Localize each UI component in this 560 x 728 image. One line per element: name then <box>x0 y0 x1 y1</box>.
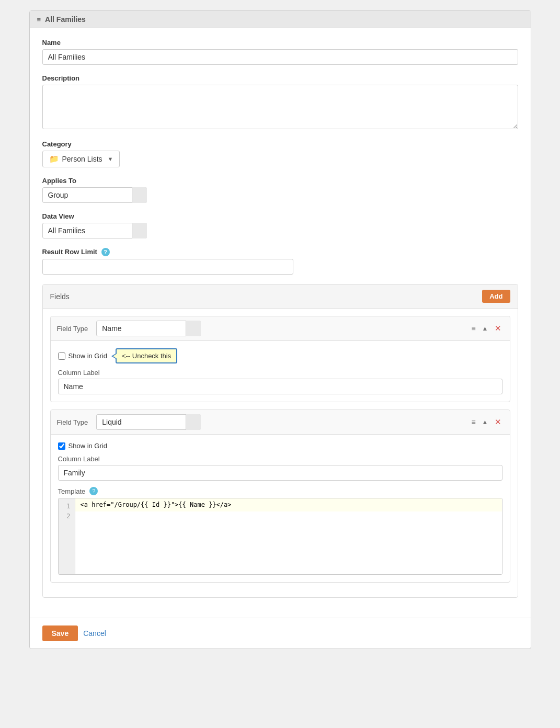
result-row-limit-label: Result Row Limit ? <box>42 248 518 256</box>
field-1-column-label-input[interactable] <box>58 379 502 394</box>
template-code-editor[interactable]: 1 2 <a href="/Group/{{ Id }}">{{ Name }}… <box>58 498 502 575</box>
name-input[interactable] <box>42 49 518 65</box>
field-1-column-label-group: Column Label <box>58 369 502 394</box>
field-2-show-in-grid-checkbox[interactable] <box>58 442 65 450</box>
description-group: Description <box>42 74 518 131</box>
field-card-1-actions: ≡ ▲ ✕ <box>469 323 503 334</box>
field-2-delete-button[interactable]: ✕ <box>493 416 504 428</box>
line-numbers: 1 2 <box>59 498 75 574</box>
name-label: Name <box>42 39 518 47</box>
fields-section: Fields Add Field Type Name ▼ <box>42 284 518 598</box>
category-group: Category 📁 Person Lists ▼ <box>42 140 518 167</box>
field-type-label-2: Field Type <box>57 418 88 426</box>
field-card-1-body: Show in Grid <-- Uncheck this Column Lab… <box>51 341 510 402</box>
fields-header: Fields Add <box>43 285 518 309</box>
field-2-show-in-grid-label[interactable]: Show in Grid <box>58 442 107 450</box>
field-2-column-label-input[interactable] <box>58 465 502 481</box>
data-view-group: Data View All Families ▼ <box>42 212 518 238</box>
field-card-2-actions: ≡ ▲ ✕ <box>469 416 503 428</box>
field-1-up-button[interactable]: ▲ <box>480 324 490 333</box>
chevron-down-icon: ▼ <box>108 156 113 162</box>
result-row-limit-input[interactable] <box>42 259 293 275</box>
field-2-up-button[interactable]: ▲ <box>480 417 490 427</box>
field-card-2-body: Show in Grid Column Label Template ? <box>51 435 510 582</box>
applies-to-group: Applies To Group ▼ <box>42 177 518 203</box>
field-type-2-select[interactable]: Liquid <box>96 414 201 430</box>
data-view-wrapper: All Families ▼ <box>42 223 147 238</box>
description-label: Description <box>42 74 518 82</box>
save-button[interactable]: Save <box>42 625 78 641</box>
field-2-column-label-group: Column Label <box>58 455 502 481</box>
category-label: Category <box>42 140 518 148</box>
name-group: Name <box>42 39 518 65</box>
panel-body: Name Description Category 📁 Person Lists… <box>30 28 531 618</box>
field-2-show-in-grid-row: Show in Grid <box>58 442 502 450</box>
field-card-2: Field Type Liquid ▼ ≡ ▲ ✕ <box>50 410 510 583</box>
field-1-show-in-grid-checkbox[interactable] <box>58 352 65 360</box>
category-value: Person Lists <box>62 155 102 163</box>
add-field-button[interactable]: Add <box>482 290 510 303</box>
fields-body: Field Type Name ▼ ≡ ▲ ✕ <box>43 309 518 597</box>
field-1-delete-button[interactable]: ✕ <box>493 323 504 334</box>
data-view-label: Data View <box>42 212 518 220</box>
field-type-1-wrapper: Name ▼ <box>96 321 201 336</box>
applies-to-wrapper: Group ▼ <box>42 187 147 203</box>
field-type-label-1: Field Type <box>57 325 88 333</box>
field-type-2-wrapper: Liquid ▼ <box>96 414 201 430</box>
code-content-area[interactable]: <a href="/Group/{{ Id }}">{{ Name }}</a> <box>75 498 502 574</box>
field-type-1-select[interactable]: Name <box>96 321 201 336</box>
template-label-row: Template ? <box>58 487 502 495</box>
template-label: Template <box>58 487 86 495</box>
field-1-show-in-grid-label[interactable]: Show in Grid <box>58 352 107 360</box>
footer-actions: Save Cancel <box>30 618 531 649</box>
cancel-button[interactable]: Cancel <box>83 629 106 638</box>
panel-title: All Families <box>45 15 86 24</box>
field-2-reorder-button[interactable]: ≡ <box>469 417 477 427</box>
result-row-limit-group: Result Row Limit ? <box>42 248 518 275</box>
applies-to-select[interactable]: Group <box>42 187 147 203</box>
description-input[interactable] <box>42 85 518 129</box>
field-1-reorder-button[interactable]: ≡ <box>469 323 477 334</box>
field-card-2-header: Field Type Liquid ▼ ≡ ▲ ✕ <box>51 410 510 435</box>
category-button[interactable]: 📁 Person Lists ▼ <box>42 151 120 167</box>
field-2-column-label: Column Label <box>58 455 502 463</box>
data-view-select[interactable]: All Families <box>42 223 147 238</box>
applies-to-label: Applies To <box>42 177 518 185</box>
result-row-limit-help-icon[interactable]: ? <box>101 248 110 256</box>
template-help-icon[interactable]: ? <box>89 487 98 495</box>
fields-title: Fields <box>50 292 70 301</box>
field-1-show-in-grid-row: Show in Grid <-- Uncheck this <box>58 348 502 363</box>
field-1-column-label: Column Label <box>58 369 502 377</box>
field-card-1: Field Type Name ▼ ≡ ▲ ✕ <box>50 316 510 402</box>
panel-header: ≡ All Families <box>30 11 531 28</box>
code-line-1: <a href="/Group/{{ Id }}">{{ Name }}</a> <box>75 498 502 511</box>
list-icon: ≡ <box>37 16 41 24</box>
code-line-2 <box>75 511 502 574</box>
folder-icon: 📁 <box>49 154 59 164</box>
field-1-tooltip: <-- Uncheck this <box>116 348 177 363</box>
field-card-1-header: Field Type Name ▼ ≡ ▲ ✕ <box>51 316 510 341</box>
